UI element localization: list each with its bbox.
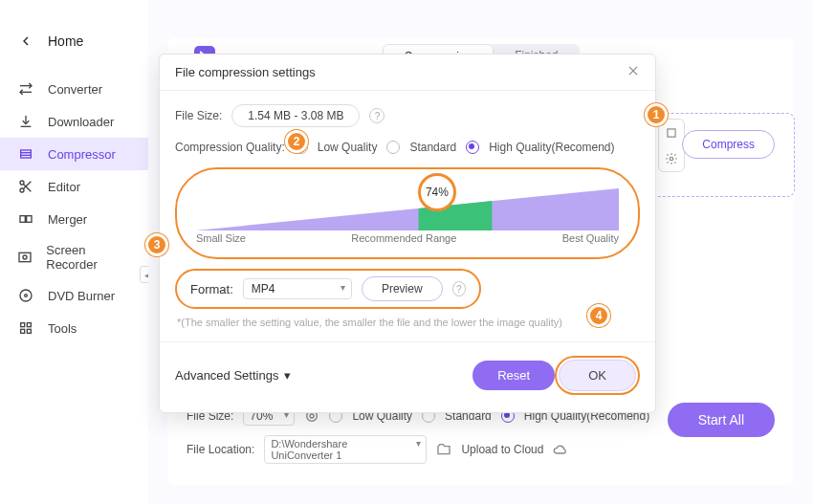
svg-rect-26 — [27, 329, 31, 333]
ok-button[interactable]: OK — [559, 360, 636, 391]
cloud-icon[interactable] — [553, 442, 568, 457]
svg-rect-23 — [21, 323, 25, 327]
standard-label: Standard — [409, 141, 456, 154]
dialog-close-icon[interactable] — [626, 64, 640, 80]
advanced-label: Advanced Settings — [175, 368, 278, 383]
preview-button[interactable]: Preview — [362, 276, 443, 301]
slider-label-best: Best Quality — [562, 232, 619, 244]
home-nav[interactable]: Home — [0, 27, 148, 55]
upload-label: Upload to Cloud — [461, 443, 543, 456]
compressor-icon — [17, 145, 34, 163]
slider-thumb[interactable]: 74% — [418, 173, 456, 211]
help-icon[interactable]: ? — [369, 108, 385, 123]
disc-icon — [17, 287, 34, 304]
svg-point-20 — [23, 255, 27, 259]
format-row: Format: MP4 Preview ? — [175, 269, 481, 309]
svg-rect-17 — [20, 216, 25, 223]
recorder-icon — [17, 249, 33, 266]
radio-high-quality-dlg[interactable] — [466, 141, 479, 154]
sidebar-item-label: DVD Burner — [48, 289, 115, 303]
filesize-label: File Size: — [175, 109, 222, 122]
callout-3: 3 — [145, 233, 168, 256]
sidebar-item-label: Compressor — [48, 147, 116, 162]
sidebar-item-label: Downloader — [48, 115, 114, 129]
item-settings-toggle[interactable] — [658, 119, 685, 172]
sidebar-item-compressor[interactable]: Compressor — [0, 138, 148, 170]
svg-point-28 — [670, 157, 673, 161]
reset-button[interactable]: Reset — [472, 361, 555, 390]
bottom-bar: File Size: 70% Low Quality Standard High… — [187, 406, 775, 473]
svg-point-13 — [20, 181, 24, 185]
low-quality-label: Low Quality — [318, 141, 378, 154]
help-icon[interactable]: ? — [452, 281, 466, 296]
chevron-down-icon: ▾ — [284, 368, 291, 383]
sidebar-item-label: Tools — [48, 321, 77, 336]
ok-highlight: OK — [555, 356, 640, 395]
svg-rect-25 — [21, 329, 25, 333]
divider — [160, 341, 655, 342]
callout-1: 1 — [645, 103, 668, 126]
quality-label: Compression Quality: — [175, 141, 285, 154]
sidebar-item-downloader[interactable]: Downloader — [0, 105, 148, 138]
sidebar-item-converter[interactable]: Converter — [0, 73, 148, 105]
back-icon — [17, 33, 34, 50]
location-select[interactable]: D:\Wondershare UniConverter 1 — [264, 435, 427, 464]
high-quality-label: High Quality(Recomend) — [489, 141, 614, 154]
folder-icon[interactable] — [436, 442, 451, 457]
sidebar-item-screen-recorder[interactable]: Screen Recorder — [0, 235, 148, 279]
download-icon — [17, 113, 34, 130]
note-text: *(The smaller the setting value, the sma… — [177, 317, 640, 328]
sidebar-item-merger[interactable]: Merger — [0, 203, 148, 235]
slider-label-recommended: Recommended Range — [351, 232, 456, 244]
sidebar-item-tools[interactable]: Tools — [0, 312, 148, 344]
callout-4: 4 — [587, 304, 610, 327]
sidebar-item-label: Converter — [48, 82, 102, 97]
format-label: Format: — [190, 282, 233, 296]
svg-point-21 — [20, 290, 32, 301]
svg-rect-24 — [27, 323, 31, 327]
filesize-range[interactable]: 1.54 MB - 3.08 MB — [231, 104, 360, 127]
slider-label-small: Small Size — [196, 232, 246, 244]
svg-rect-19 — [19, 252, 31, 261]
sidebar-item-label: Merger — [48, 212, 87, 227]
svg-point-22 — [25, 295, 28, 297]
home-label: Home — [48, 33, 83, 49]
start-all-button[interactable]: Start All — [668, 403, 775, 437]
sidebar-item-dvd-burner[interactable]: DVD Burner — [0, 279, 148, 312]
dialog-title: File compression settings — [175, 65, 316, 79]
sidebar-item-editor[interactable]: Editor — [0, 170, 148, 203]
compression-settings-dialog: File compression settings File Size: 1.5… — [159, 54, 656, 413]
svg-rect-27 — [668, 128, 675, 136]
sidebar: Home Converter Downloader Compressor Edi… — [0, 0, 148, 504]
callout-2: 2 — [285, 130, 308, 153]
svg-rect-10 — [21, 150, 32, 158]
location-label: File Location: — [187, 443, 254, 456]
grid-icon — [17, 319, 34, 337]
radio-standard-dlg[interactable] — [386, 141, 400, 154]
scissors-icon — [17, 178, 34, 195]
advanced-settings-toggle[interactable]: Advanced Settings ▾ — [175, 368, 291, 383]
format-select[interactable]: MP4 — [243, 278, 352, 299]
converter-icon — [17, 80, 34, 98]
svg-marker-33 — [196, 188, 619, 230]
svg-rect-18 — [27, 216, 32, 223]
quality-slider-region: 74% Small Size Recommended Range Best Qu… — [175, 167, 640, 259]
merger-icon — [17, 210, 34, 228]
sidebar-item-label: Screen Recorder — [46, 243, 131, 272]
quality-slider[interactable]: 74% — [196, 177, 619, 230]
svg-point-14 — [20, 188, 24, 192]
svg-point-30 — [310, 414, 314, 418]
compress-button[interactable]: Compress — [682, 130, 775, 159]
sidebar-item-label: Editor — [48, 180, 80, 194]
